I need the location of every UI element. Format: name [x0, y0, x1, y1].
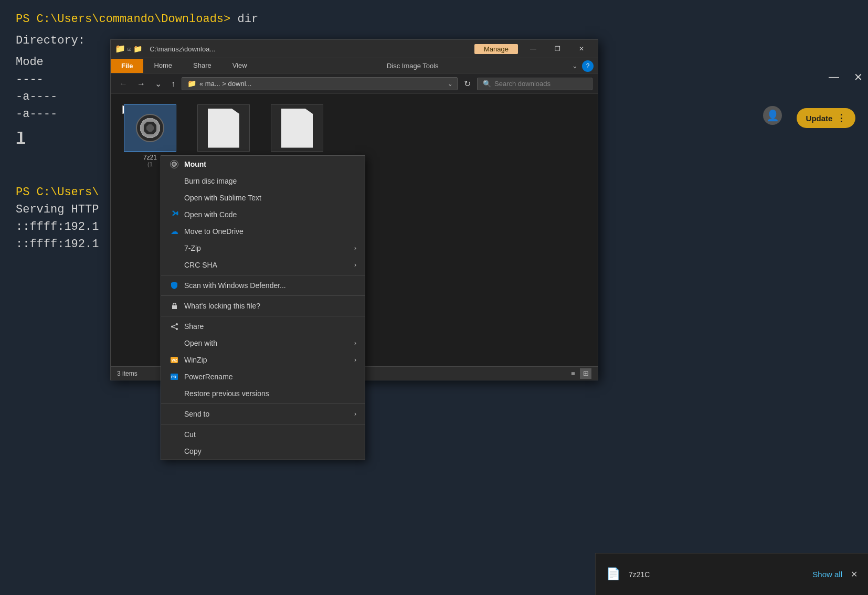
ctx-winzip-icon: WZ — [170, 355, 179, 365]
ribbon-chevron-icon[interactable]: ⌄ — [568, 59, 582, 73]
ctx-winzip[interactable]: WZ WinZip › — [161, 352, 365, 368]
ctx-mount[interactable]: Mount — [161, 156, 365, 173]
tiles-view-button[interactable]: ⊞ — [580, 368, 591, 379]
minimize-button[interactable]: — — [521, 40, 545, 58]
ctx-crcsha-icon — [170, 260, 179, 270]
forward-button[interactable]: → — [134, 78, 149, 90]
tab-file[interactable]: File — [111, 59, 143, 73]
ctx-crcsha[interactable]: CRC SHA › — [161, 257, 365, 273]
svg-text:PR: PR — [171, 375, 176, 379]
details-view-button[interactable]: ≡ — [567, 368, 579, 379]
explorer-window: 📁 ☑ 📁 C:\mariusz\downloa... Manage — ❐ ✕… — [110, 39, 598, 380]
user-avatar-area: 👤 — [763, 106, 784, 127]
ctx-crcsha-label: CRC SHA — [184, 261, 349, 269]
ctx-lock-icon — [170, 301, 179, 311]
terminal-line-1: PS C:\Users\commando\Downloads> dir — [16, 10, 852, 28]
ctx-restore[interactable]: Restore previous versions — [161, 385, 365, 402]
ctx-copy-icon — [170, 447, 179, 456]
ctx-7zip-icon — [170, 243, 179, 253]
ctx-openwith-arrow: › — [354, 339, 356, 347]
file-icon-box-2 — [197, 104, 250, 152]
ctx-7zip-label: 7-Zip — [184, 244, 349, 252]
ctx-onedrive-label: Move to OneDrive — [184, 227, 356, 236]
tab-view[interactable]: View — [222, 58, 258, 73]
manage-tab[interactable]: Manage — [474, 44, 518, 54]
ctx-vscode-label: Open with Code — [184, 210, 356, 219]
update-more-icon: ⋮ — [837, 112, 846, 124]
ctx-sep-4 — [161, 403, 365, 404]
folder-icon: 📁 — [115, 44, 125, 54]
ctx-vscode[interactable]: Open with Code — [161, 206, 365, 223]
tab-disc-tools[interactable]: Disc Image Tools — [376, 59, 449, 73]
update-button[interactable]: Update ⋮ — [797, 108, 856, 128]
svg-line-3 — [173, 325, 175, 326]
title-bar-icons: 📁 ☑ 📁 — [115, 44, 142, 54]
view-icons: ≡ ⊞ — [567, 368, 591, 379]
ctx-sendto[interactable]: Send to › — [161, 406, 365, 422]
ctx-openwith-label: Open with — [184, 339, 349, 347]
title-bar: 📁 ☑ 📁 C:\mariusz\downloa... Manage — ❐ ✕ — [111, 40, 598, 58]
svg-point-2 — [176, 328, 178, 330]
ctx-7zip-arrow: › — [354, 245, 356, 252]
tab-home[interactable]: Home — [143, 58, 183, 73]
ctx-sublime[interactable]: Open with Sublime Text — [161, 189, 365, 206]
ctx-cut-label: Cut — [184, 430, 356, 439]
refresh-button[interactable]: ↻ — [461, 78, 474, 90]
user-avatar[interactable]: 👤 — [763, 106, 782, 125]
outer-close-button[interactable]: ✕ — [854, 71, 863, 83]
update-label: Update — [806, 114, 833, 123]
search-field[interactable]: 🔍 Search downloads — [477, 78, 592, 90]
update-button-area: Update ⋮ — [784, 105, 868, 131]
ctx-sep-1 — [161, 275, 365, 275]
ctx-powerrename[interactable]: PR PowerRename — [161, 368, 365, 385]
back-button[interactable]: ← — [116, 78, 131, 90]
ribbon: File Home Share View Disc Image Tools ⌄ … — [111, 58, 598, 74]
svg-text:WZ: WZ — [172, 358, 178, 362]
close-button[interactable]: ✕ — [569, 40, 594, 58]
file-label-sub-1: (1 — [147, 161, 153, 167]
ctx-openwith[interactable]: Open with › — [161, 335, 365, 352]
window-controls: — ❐ ✕ — [521, 40, 594, 58]
ctx-burn[interactable]: Burn disc image — [161, 173, 365, 189]
ctx-sep-2 — [161, 295, 365, 296]
ctx-locking[interactable]: What's locking this file? — [161, 298, 365, 314]
generic-file-3 — [281, 109, 313, 148]
notif-close-button[interactable]: ✕ — [851, 569, 858, 579]
ctx-sendto-icon — [170, 409, 179, 419]
file-icon-box-3 — [271, 104, 323, 152]
ctx-defender[interactable]: Scan with Windows Defender... — [161, 277, 365, 294]
ctx-7zip[interactable]: 7-Zip › — [161, 240, 365, 257]
title-path: C:\mariusz\downloa... — [145, 45, 471, 53]
ctx-locking-label: What's locking this file? — [184, 302, 356, 310]
address-bar: ← → ⌄ ↑ 📁 « ma... > downl... ⌄ ↻ 🔍 Searc… — [111, 74, 598, 94]
ctx-onedrive-icon: ☁ — [170, 227, 179, 236]
help-icon[interactable]: ? — [582, 60, 594, 72]
outer-minimize-button[interactable]: — — [829, 71, 839, 83]
show-all-link[interactable]: Show all — [812, 570, 842, 579]
ctx-copy[interactable]: Copy — [161, 443, 365, 460]
ctx-share[interactable]: Share — [161, 318, 365, 335]
ctx-restore-label: Restore previous versions — [184, 389, 356, 398]
ctx-share-icon — [170, 322, 179, 331]
ctx-disc-icon — [170, 160, 179, 169]
ctx-powerrename-label: PowerRename — [184, 373, 356, 381]
svg-point-1 — [171, 325, 173, 327]
ctx-sendto-label: Send to — [184, 410, 349, 418]
ctx-sublime-icon — [170, 193, 179, 203]
notif-file-icon: 📄 — [606, 567, 620, 581]
title-folder2: 📁 — [133, 45, 142, 54]
recent-button[interactable]: ⌄ — [152, 78, 165, 90]
svg-line-4 — [173, 327, 175, 328]
ctx-cut[interactable]: Cut — [161, 426, 365, 443]
generic-file-2 — [208, 109, 239, 148]
ctx-share-label: Share — [184, 322, 356, 331]
ribbon-tabs: File Home Share View Disc Image Tools ⌄ … — [111, 58, 598, 73]
disc-icon-1 — [136, 114, 164, 142]
tab-share[interactable]: Share — [183, 58, 222, 73]
restore-button[interactable]: ❐ — [545, 40, 569, 58]
context-menu: Mount Burn disc image Open with Sublime … — [161, 155, 365, 460]
ctx-mount-label: Mount — [184, 160, 356, 168]
up-button[interactable]: ↑ — [168, 78, 178, 90]
ctx-onedrive[interactable]: ☁ Move to OneDrive — [161, 223, 365, 240]
address-field[interactable]: 📁 « ma... > downl... ⌄ — [182, 77, 458, 90]
